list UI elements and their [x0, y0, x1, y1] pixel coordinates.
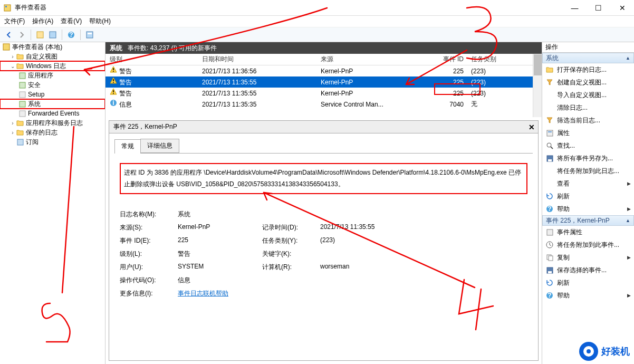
collapse-icon[interactable]: ⌄	[9, 63, 16, 69]
tree-application[interactable]: 应用程序	[0, 71, 105, 80]
tab-general[interactable]: 常规	[114, 139, 141, 154]
close-detail-button[interactable]: ✕	[529, 123, 535, 131]
table-row[interactable]: 警告2021/7/13 11:36:56Kernel-PnP225(223)	[105, 65, 542, 76]
action-create-custom-view[interactable]: 创建自定义视图...	[542, 76, 634, 89]
section-collapse-icon[interactable]: ▲	[626, 218, 630, 223]
help-button[interactable]: ?	[65, 29, 77, 41]
action-save-selected[interactable]: 保存选择的事件...	[542, 264, 634, 276]
folder-icon	[16, 119, 24, 127]
tree-security[interactable]: 安全	[0, 80, 105, 90]
svg-rect-10	[20, 82, 25, 88]
subscriptions-icon	[16, 138, 24, 146]
actions-header: 操作	[542, 42, 634, 53]
action-attach-task-log[interactable]: 将任务附加到此日志...	[542, 165, 634, 177]
tree-custom-views[interactable]: › 自定义视图	[0, 52, 105, 61]
action-filter-log[interactable]: 筛选当前日志...	[542, 114, 634, 127]
svg-rect-28	[548, 159, 552, 161]
action-refresh[interactable]: 刷新	[542, 190, 634, 203]
action-copy[interactable]: 复制▶	[542, 251, 634, 264]
tree-label: 应用程序	[28, 71, 53, 80]
menu-help[interactable]: 帮助(H)	[89, 17, 111, 26]
menu-action[interactable]: 操作(A)	[32, 17, 53, 26]
tree-system[interactable]: 系统	[0, 99, 105, 109]
properties-icon	[545, 228, 554, 236]
preview-button[interactable]	[84, 29, 95, 41]
col-source[interactable]: 来源	[316, 55, 430, 64]
prop-source-val: Kernel-PnP	[178, 223, 262, 232]
svg-rect-8	[3, 44, 9, 50]
maximize-button[interactable]: ☐	[587, 0, 610, 15]
expand-icon[interactable]: ›	[9, 130, 16, 136]
col-level[interactable]: 级别	[105, 55, 198, 64]
scrollbar-thumb[interactable]	[534, 54, 542, 75]
forward-button[interactable]	[16, 29, 27, 41]
tab-details[interactable]: 详细信息	[140, 139, 179, 153]
tree-subscriptions[interactable]: › 订阅	[0, 137, 105, 147]
col-date[interactable]: 日期和时间	[198, 55, 316, 64]
table-row[interactable]: 警告2021/7/13 11:35:55Kernel-PnP225(223)	[105, 76, 542, 88]
svg-text:?: ?	[547, 205, 551, 213]
tree-windows-logs[interactable]: ⌄ Windows 日志	[0, 61, 105, 71]
action-find[interactable]: 查找...	[542, 139, 634, 152]
table-row[interactable]: i信息2021/7/13 11:35:35Service Control Man…	[105, 99, 542, 110]
section-collapse-icon[interactable]: ▲	[626, 55, 630, 61]
actions-section-system[interactable]: 系统▲	[542, 53, 634, 63]
action-save-all[interactable]: 将所有事件另存为...	[542, 152, 634, 165]
svg-rect-9	[20, 73, 25, 79]
back-button[interactable]	[3, 29, 15, 41]
menu-view[interactable]: 查看(V)	[61, 17, 82, 26]
tree-saved-logs[interactable]: › 保存的日志	[0, 128, 105, 137]
properties-icon	[545, 129, 554, 137]
action-help[interactable]: ?帮助▶	[542, 203, 634, 215]
svg-rect-3	[50, 32, 56, 38]
prop-level-key: 级别(L):	[120, 250, 178, 258]
prop-opcode-val: 信息	[178, 276, 262, 285]
info-icon: i	[110, 99, 117, 107]
online-help-link[interactable]: 事件日志联机帮助	[178, 290, 228, 297]
table-header[interactable]: 级别 日期和时间 来源 事件 ID 任务类别	[105, 54, 542, 65]
action-event-properties[interactable]: 事件属性	[542, 226, 634, 238]
action-refresh2[interactable]: 刷新	[542, 276, 634, 289]
action-view[interactable]: 查看▶	[542, 177, 634, 190]
expand-icon[interactable]: ›	[9, 120, 16, 126]
actions-section-event[interactable]: 事件 225，Kernel-PnP▲	[542, 215, 634, 226]
prop-logname-val: 系统	[178, 210, 262, 219]
tree-label: Forwarded Events	[28, 110, 79, 117]
navigation-tree[interactable]: 事件查看器 (本地) › 自定义视图 ⌄ Windows 日志 应用程序 安全 …	[0, 42, 105, 364]
chevron-right-icon: ▶	[627, 293, 631, 298]
svg-rect-6	[87, 32, 93, 38]
minimize-button[interactable]: —	[563, 0, 587, 15]
refresh-icon	[545, 279, 554, 287]
chevron-right-icon: ▶	[627, 181, 631, 186]
tree-root[interactable]: 事件查看器 (本地)	[0, 42, 105, 52]
show-hide-tree-button[interactable]	[34, 29, 46, 41]
action-clear-log[interactable]: 清除日志...	[542, 101, 634, 114]
copy-icon	[545, 253, 554, 262]
vertical-scrollbar[interactable]	[533, 54, 542, 117]
svg-rect-12	[20, 101, 25, 107]
action-open-saved-log[interactable]: 打开保存的日志...	[542, 63, 634, 76]
prop-logged-val: 2021/7/13 11:35:55	[320, 223, 426, 232]
log-icon	[18, 100, 26, 108]
action-attach-task-event[interactable]: 将任务附加到此事件...	[542, 238, 634, 251]
export-button[interactable]	[47, 29, 59, 41]
event-table[interactable]: 级别 日期和时间 来源 事件 ID 任务类别 警告2021/7/13 11:36…	[105, 54, 542, 117]
table-row[interactable]: 警告2021/7/13 11:35:55Kernel-PnP225(223)	[105, 88, 542, 99]
action-help2[interactable]: ?帮助▶	[542, 289, 634, 302]
col-category[interactable]: 任务类别	[467, 55, 530, 64]
tree-label: Setup	[28, 91, 44, 98]
tree-setup[interactable]: Setup	[0, 90, 105, 99]
close-button[interactable]: ✕	[610, 0, 634, 15]
svg-rect-20	[113, 93, 114, 94]
action-import-custom-view[interactable]: 导入自定义视图...	[542, 89, 634, 101]
tree-forwarded[interactable]: Forwarded Events	[0, 109, 105, 118]
folder-icon	[16, 53, 24, 61]
col-event-id[interactable]: 事件 ID	[430, 55, 467, 64]
prop-eid-key: 事件 ID(E):	[120, 236, 178, 245]
prop-opcode-key: 操作代码(O):	[120, 276, 178, 285]
tree-app-service-logs[interactable]: › 应用程序和服务日志	[0, 118, 105, 128]
menu-file[interactable]: 文件(F)	[4, 17, 25, 26]
svg-rect-11	[20, 92, 25, 98]
expand-icon[interactable]: ›	[9, 54, 16, 60]
action-properties[interactable]: 属性	[542, 127, 634, 139]
